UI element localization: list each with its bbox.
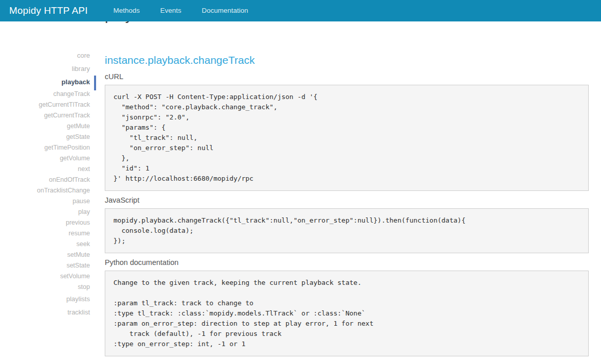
- sidebar-item-getVolume[interactable]: getVolume: [0, 153, 90, 164]
- sidebar-list: corelibraryplaybackchangeTrackgetCurrent…: [0, 49, 90, 319]
- method-title: instance.playback.changeTrack: [105, 53, 589, 67]
- sidebar-item-library[interactable]: library: [0, 62, 90, 76]
- sidebar-item-getCurrentTrack[interactable]: getCurrentTrack: [0, 110, 90, 121]
- sidebar-item-getTimePosition[interactable]: getTimePosition: [0, 142, 90, 153]
- sidebar-item-core[interactable]: core: [0, 49, 90, 62]
- nav-item-events[interactable]: Events: [150, 0, 191, 21]
- sidebar-item-getCurrentTlTrack[interactable]: getCurrentTlTrack: [0, 100, 90, 110]
- code-block-curl: curl -X POST -H Content-Type:application…: [105, 85, 589, 191]
- sidebar-item-setMute[interactable]: setMute: [0, 250, 90, 260]
- sidebar-item-previous[interactable]: previous: [0, 217, 90, 228]
- sidebar-item-getState[interactable]: getState: [0, 132, 90, 142]
- main-nav: MethodsEventsDocumentation: [103, 0, 259, 21]
- sidebar-item-playlists[interactable]: playlists: [0, 293, 90, 306]
- sidebar-item-play[interactable]: play: [0, 207, 90, 217]
- sidebar-item-setState[interactable]: setState: [0, 260, 90, 271]
- sidebar-item-onTracklistChange[interactable]: onTracklistChange: [0, 185, 90, 196]
- sidebar-item-changeTrack[interactable]: changeTrack: [0, 89, 90, 100]
- active-item-indicator: [94, 76, 96, 90]
- sidebar-item-seek[interactable]: seek: [0, 239, 90, 250]
- main-content: playback instance.playback.changeTrack c…: [105, 0, 589, 356]
- sidebar-item-playback[interactable]: playback: [0, 76, 90, 89]
- nav-item-documentation[interactable]: Documentation: [192, 0, 259, 21]
- sidebar-item-setVolume[interactable]: setVolume: [0, 271, 90, 282]
- nav-item-methods[interactable]: Methods: [103, 0, 150, 21]
- section-label-python-documentation: Python documentation: [105, 257, 589, 268]
- sidebar-item-tracklist[interactable]: tracklist: [0, 306, 90, 319]
- code-block-javascript: mopidy.playback.changeTrack({"tl_track":…: [105, 208, 589, 253]
- sidebar-item-resume[interactable]: resume: [0, 228, 90, 239]
- method-sections: cURLcurl -X POST -H Content-Type:applica…: [105, 71, 589, 356]
- code-block-python-documentation: Change to the given track, keeping the c…: [105, 271, 589, 356]
- sidebar-item-stop[interactable]: stop: [0, 282, 90, 293]
- section-label-curl: cURL: [105, 71, 589, 82]
- sidebar-item-onEndOfTrack[interactable]: onEndOfTrack: [0, 175, 90, 185]
- sidebar-item-next[interactable]: next: [0, 164, 90, 175]
- sidebar-item-pause[interactable]: pause: [0, 196, 90, 207]
- app-title: Mopidy HTTP API: [9, 5, 88, 16]
- sidebar: corelibraryplaybackchangeTrackgetCurrent…: [0, 49, 90, 319]
- app-header: Mopidy HTTP API MethodsEventsDocumentati…: [0, 0, 601, 21]
- sidebar-item-getMute[interactable]: getMute: [0, 121, 90, 132]
- section-label-javascript: JavaScript: [105, 195, 589, 205]
